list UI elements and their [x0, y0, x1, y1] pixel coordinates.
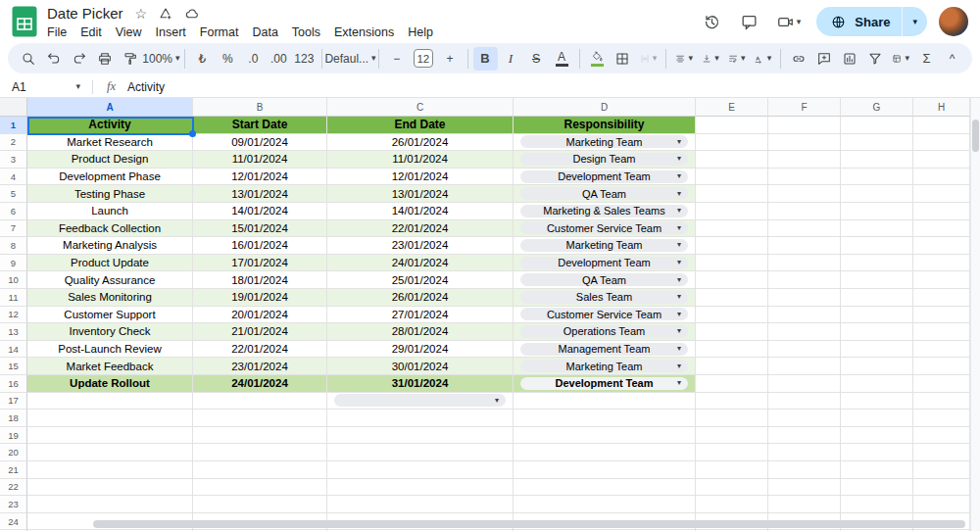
- cell-A18[interactable]: [27, 410, 193, 427]
- cell-F7[interactable]: [768, 220, 841, 238]
- cell-G16[interactable]: [841, 375, 913, 393]
- cell-C11[interactable]: 26/01/2024: [327, 289, 514, 307]
- cell-F10[interactable]: [768, 271, 841, 289]
- cell-F23[interactable]: [768, 496, 841, 513]
- cell-C20[interactable]: [327, 444, 514, 461]
- cell-H1[interactable]: [913, 117, 970, 134]
- dropdown-C17[interactable]: ▾: [334, 394, 506, 407]
- cell-F6[interactable]: [768, 203, 841, 220]
- text-color-button[interactable]: A: [550, 47, 574, 71]
- cell-E17[interactable]: [696, 393, 768, 410]
- cell-F11[interactable]: [768, 289, 841, 307]
- cell-F21[interactable]: [768, 461, 841, 479]
- italic-button[interactable]: I: [499, 47, 523, 71]
- cell-C10[interactable]: 25/01/2024: [327, 271, 514, 289]
- cell-B21[interactable]: [193, 461, 327, 479]
- cell-E10[interactable]: [696, 271, 768, 289]
- row-header-4[interactable]: 4: [0, 169, 27, 186]
- cell-G17[interactable]: [841, 393, 913, 410]
- star-icon[interactable]: ☆: [135, 7, 148, 21]
- cell-A17[interactable]: [27, 393, 193, 410]
- cell-D11[interactable]: Sales Team▾: [514, 289, 696, 307]
- cell-B16[interactable]: 24/01/2024: [193, 375, 327, 393]
- decrease-decimal-button[interactable]: .0: [241, 47, 266, 71]
- vertical-scrollbar-thumb[interactable]: [972, 120, 979, 152]
- join-call-button[interactable]: ▾: [770, 13, 808, 31]
- format-percent-button[interactable]: %: [216, 47, 240, 71]
- horizontal-align-button[interactable]: ▾: [671, 47, 697, 71]
- cell-G2[interactable]: [841, 134, 913, 152]
- name-box[interactable]: A1 ▾: [12, 80, 86, 94]
- row-header-6[interactable]: 6: [0, 203, 27, 220]
- cell-F15[interactable]: [768, 358, 841, 375]
- cell-F19[interactable]: [768, 427, 841, 445]
- cell-G19[interactable]: [841, 427, 913, 445]
- cell-E15[interactable]: [696, 358, 768, 375]
- document-title[interactable]: Date Picker: [47, 5, 123, 22]
- row-header-12[interactable]: 12: [0, 307, 27, 324]
- cell-G18[interactable]: [841, 410, 913, 427]
- row-header-15[interactable]: 15: [0, 358, 27, 375]
- share-dropdown[interactable]: ▾: [902, 7, 927, 36]
- menu-extensions[interactable]: Extensions: [327, 24, 401, 40]
- dropdown-D5[interactable]: QA Team▾: [520, 187, 688, 200]
- cell-G23[interactable]: [841, 496, 913, 513]
- insert-link-button[interactable]: [786, 47, 810, 71]
- cell-B19[interactable]: [193, 427, 327, 445]
- column-header-H[interactable]: H: [913, 98, 970, 117]
- cell-G11[interactable]: [841, 289, 913, 307]
- cell-H12[interactable]: [913, 307, 970, 324]
- column-header-G[interactable]: G: [841, 98, 913, 117]
- menu-view[interactable]: View: [109, 24, 149, 40]
- cell-H21[interactable]: [913, 461, 970, 479]
- cell-H6[interactable]: [913, 203, 970, 220]
- dropdown-D7[interactable]: Customer Service Team▾: [520, 221, 688, 234]
- cell-C19[interactable]: [327, 427, 514, 445]
- cell-B11[interactable]: 19/01/2024: [193, 289, 327, 307]
- dropdown-D11[interactable]: Sales Team▾: [520, 291, 688, 304]
- cell-D21[interactable]: [514, 461, 696, 479]
- row-header-18[interactable]: 18: [0, 410, 27, 427]
- paint-format-button[interactable]: [118, 47, 142, 71]
- undo-button[interactable]: [41, 47, 66, 71]
- cell-F5[interactable]: [768, 185, 841, 203]
- cell-A5[interactable]: Testing Phase: [27, 185, 193, 203]
- cell-G15[interactable]: [841, 358, 913, 375]
- cell-C17[interactable]: ▾: [327, 393, 514, 410]
- cell-A11[interactable]: Sales Monitoring: [27, 289, 193, 307]
- cell-A1[interactable]: Activity: [27, 117, 193, 134]
- hide-toolbar-button[interactable]: ^: [940, 47, 964, 71]
- cell-A8[interactable]: Marketing Analysis: [27, 237, 193, 255]
- cell-F12[interactable]: [768, 307, 841, 324]
- row-header-14[interactable]: 14: [0, 341, 27, 359]
- merge-cells-button[interactable]: ▾: [636, 47, 662, 71]
- cell-B7[interactable]: 15/01/2024: [193, 220, 327, 238]
- cell-D14[interactable]: Management Team▾: [514, 341, 696, 359]
- decrease-font-size-button[interactable]: −: [384, 47, 409, 71]
- cell-D1[interactable]: Responsibility: [514, 117, 696, 134]
- cell-G14[interactable]: [841, 341, 913, 359]
- font-size-input[interactable]: 12: [414, 49, 432, 68]
- cell-H23[interactable]: [913, 496, 970, 513]
- cell-G6[interactable]: [841, 203, 913, 220]
- cell-H2[interactable]: [913, 134, 970, 152]
- cell-B22[interactable]: [193, 479, 327, 497]
- cell-F18[interactable]: [768, 410, 841, 427]
- create-filter-button[interactable]: [862, 47, 887, 71]
- fill-handle[interactable]: [189, 130, 196, 137]
- cell-H20[interactable]: [913, 444, 970, 461]
- text-wrapping-button[interactable]: ▾: [724, 47, 750, 71]
- cell-E5[interactable]: [696, 185, 768, 203]
- cell-D16[interactable]: Development Team▾: [514, 375, 696, 393]
- cell-E3[interactable]: [696, 151, 768, 169]
- cell-C8[interactable]: 23/01/2024: [327, 237, 514, 255]
- format-currency-button[interactable]: ₺: [190, 47, 215, 71]
- row-header-8[interactable]: 8: [0, 237, 27, 255]
- cell-H9[interactable]: [913, 255, 970, 272]
- dropdown-D3[interactable]: Design Team▾: [520, 153, 688, 166]
- cell-E12[interactable]: [696, 307, 768, 324]
- zoom-control[interactable]: 100% ▾: [143, 47, 179, 71]
- menu-edit[interactable]: Edit: [74, 24, 109, 40]
- row-header-23[interactable]: 23: [0, 496, 27, 513]
- cell-C15[interactable]: 30/01/2024: [327, 358, 514, 375]
